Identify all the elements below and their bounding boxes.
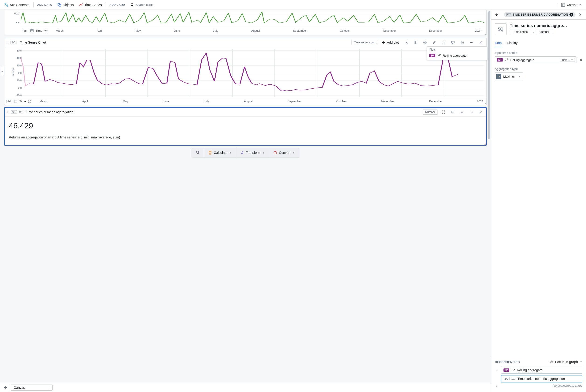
green-chart-time-bar: $H Time March April May June July August… (21, 27, 484, 34)
plus-icon (4, 386, 7, 390)
aip-generate-button[interactable]: AIP Generate (2, 2, 32, 8)
svg-line-3 (133, 5, 134, 6)
agg-output-type[interactable]: Number (422, 110, 438, 115)
svg-rect-17 (452, 41, 454, 43)
action-bar: Calculate ▼ Transform ▼ Convert ▼ (4, 148, 487, 157)
canvas-dropdown-label: Canvas (567, 3, 577, 6)
dep-upstream-row: ↑ $P Rolling aggregate (495, 366, 582, 374)
agg-card-token[interactable]: $Q (11, 110, 17, 114)
back-button[interactable] (494, 12, 500, 18)
add-data-label: ADD DATA (35, 2, 54, 8)
settings-gear-icon[interactable] (458, 40, 466, 45)
card-numeric-aggregation[interactable]: ⠿ $Q 123 Time series numeric aggregation… (4, 107, 487, 146)
chevron-down-icon: ▼ (229, 152, 232, 154)
arrow-left-icon (495, 12, 499, 17)
svg-point-43 (462, 112, 462, 112)
chart-type-badge[interactable]: Time series chart (352, 40, 378, 45)
input-type-selector[interactable]: Time… ▼ (560, 58, 575, 62)
main-chart-svg (21, 49, 484, 97)
svg-point-19 (470, 42, 471, 43)
tab-display[interactable]: Display (507, 39, 518, 47)
svg-point-41 (29, 101, 30, 102)
chart-card-token[interactable]: $O (10, 41, 17, 44)
panel-tabs: Data Display (491, 39, 586, 47)
dep-downstream-row: ↓ No downstream cards (495, 384, 582, 387)
aggregation-label: Aggregation type (495, 67, 582, 70)
right-panel-header: 123 TIME SERIES NUMERIC AGGREGATION ? ✕ (491, 10, 586, 20)
dep-current-box[interactable]: $Q 123 Time series numeric aggregation (501, 375, 582, 382)
trend-up-icon (511, 368, 515, 372)
gear-icon[interactable] (28, 100, 32, 103)
svg-rect-50 (209, 152, 211, 152)
download-icon[interactable] (421, 40, 429, 45)
gear-icon[interactable] (44, 29, 48, 33)
scrollbar-thumb[interactable] (488, 11, 490, 139)
svg-point-13 (406, 42, 407, 43)
svg-point-54 (210, 153, 211, 154)
card-time-series-chart[interactable]: ◀ ⠿ $O Time Series Chart Time series cha… (4, 38, 487, 105)
more-icon[interactable] (468, 109, 475, 115)
action-transform-button[interactable]: Transform ▼ (236, 148, 269, 157)
close-icon[interactable] (477, 109, 484, 115)
svg-rect-39 (14, 100, 17, 103)
add-canvas-button[interactable] (2, 384, 9, 391)
resize-handle[interactable] (484, 32, 486, 35)
panel-title-pill[interactable]: 123 TIME SERIES NUMERIC AGGREGATION ? (504, 12, 576, 17)
green-token[interactable]: $H (22, 29, 28, 32)
plots-legend-row[interactable]: $P Rolling aggregate (427, 52, 487, 60)
close-panel-button[interactable]: ✕ (578, 12, 583, 18)
resize-handle[interactable] (484, 142, 486, 145)
panel-big-token: $Q (495, 23, 506, 35)
crumb-time-series[interactable]: Time series (510, 30, 531, 34)
action-convert-button[interactable]: Convert ▼ (269, 148, 299, 157)
split-view-icon[interactable] (412, 40, 419, 45)
present-icon[interactable] (449, 109, 456, 115)
tab-data[interactable]: Data (495, 39, 502, 47)
action-calculate-button[interactable]: Calculate ▼ (204, 148, 236, 157)
chart-nav-left[interactable]: ◀ (1, 67, 4, 76)
svg-point-53 (209, 153, 210, 154)
canvas-dropdown[interactable]: Canvas ▼ (558, 2, 584, 8)
input-time-series-field[interactable]: $P Rolling aggregate Time… ▼ (495, 56, 576, 64)
resize-handle[interactable] (484, 102, 486, 104)
plus-icon (382, 40, 386, 44)
time-series-button[interactable]: Time Series (77, 2, 104, 8)
focus-mode-icon[interactable] (402, 40, 410, 45)
input-name: Rolling aggregate (510, 58, 558, 62)
arrow-up-icon: ↑ (495, 368, 498, 372)
chart-card-title: Time Series Chart (20, 40, 46, 44)
add-plot-button[interactable]: Add plot (380, 40, 401, 45)
dep-upstream-box[interactable]: $P Rolling aggregate (501, 366, 582, 374)
expand-icon[interactable] (440, 109, 447, 115)
canvas-tab[interactable]: Canvas (11, 384, 53, 390)
panel-breadcrumbs: Time series › Number (510, 30, 582, 34)
drag-handle-icon[interactable]: ⠿ (6, 110, 9, 114)
aggregation-type-select[interactable]: > Maximum ▼ (495, 72, 523, 80)
dep-badge: $P (504, 368, 509, 372)
chevron-down-icon: ▼ (518, 75, 520, 78)
search-cards-input[interactable]: Search cards (128, 2, 156, 8)
svg-point-46 (472, 112, 473, 112)
card-green-chart[interactable]: 50.0 0.0 $H Time March April May (4, 10, 487, 36)
dependencies-header: DEPENDENCIES (495, 360, 520, 364)
calendar-icon[interactable] (30, 29, 34, 33)
objects-button[interactable]: Objects (55, 2, 76, 8)
present-icon[interactable] (449, 40, 457, 45)
settings-gear-icon[interactable] (458, 109, 466, 115)
svg-point-44 (470, 112, 470, 112)
aip-sparkle-icon (4, 3, 8, 7)
more-icon[interactable] (468, 40, 475, 45)
focus-in-graph-button[interactable]: Focus in graph ▼ (550, 360, 582, 364)
remove-input-button[interactable]: ✕ (580, 58, 582, 62)
calendar-icon[interactable] (14, 100, 18, 103)
bottom-bar: Canvas (0, 383, 491, 392)
expand-icon[interactable] (440, 40, 447, 45)
action-search-button[interactable] (192, 148, 204, 157)
drag-handle-icon[interactable]: ⠿ (6, 40, 8, 44)
close-icon[interactable] (477, 40, 484, 45)
edit-icon[interactable] (430, 40, 438, 45)
help-icon[interactable]: ? (570, 13, 573, 16)
crumb-number[interactable]: Number (536, 30, 553, 34)
svg-point-2 (131, 4, 133, 6)
chart-footer-token[interactable]: $H (6, 100, 12, 103)
